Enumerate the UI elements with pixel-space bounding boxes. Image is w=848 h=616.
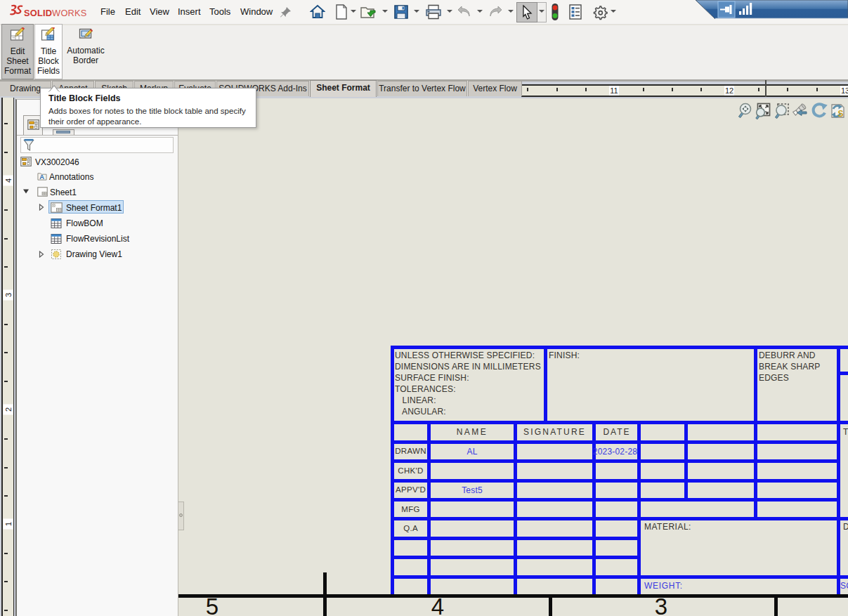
svg-text:S: S xyxy=(838,109,844,119)
svg-text:SOLIDWORKS: SOLIDWORKS xyxy=(24,8,86,18)
svg-text:A: A xyxy=(39,173,44,181)
